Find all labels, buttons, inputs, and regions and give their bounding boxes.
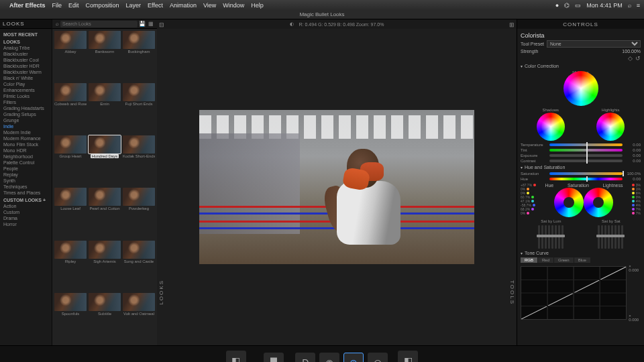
wifi-icon[interactable]: ⌬: [564, 2, 570, 9]
shadows-wheel[interactable]: [537, 113, 565, 141]
preset-thumb[interactable]: Pearl and Cotton: [89, 188, 121, 238]
color-correction-group[interactable]: Color Correction: [521, 64, 641, 68]
menu-file[interactable]: File: [52, 2, 62, 9]
preview-viewport[interactable]: [157, 29, 517, 345]
midtones-wheel[interactable]: [564, 71, 598, 106]
preset-thumb[interactable]: Sigh Artemis: [89, 241, 121, 291]
looks-category-item[interactable]: Blackbuster Warm: [1, 69, 50, 75]
looks-category-item[interactable]: Grunge: [1, 117, 50, 123]
looks-drawer-label[interactable]: LOOKS: [158, 280, 164, 305]
curve-tab-red[interactable]: Red: [538, 257, 553, 263]
hue-sat-group[interactable]: Hue and Saturation: [521, 165, 641, 170]
preset-thumb[interactable]: Buckingham: [123, 31, 155, 81]
looks-category-item[interactable]: Drama: [1, 215, 50, 221]
menu-extra-icon[interactable]: ≡: [637, 2, 640, 9]
looks-category-item[interactable]: Action: [1, 203, 50, 209]
menu-app[interactable]: After Effects: [9, 2, 46, 9]
looks-category-item[interactable]: Filters: [1, 99, 50, 105]
chain-tool[interactable]: ⊚Colorista: [343, 353, 364, 362]
curve-tab-blue[interactable]: Blue: [574, 257, 590, 263]
menu-window[interactable]: Window: [223, 2, 244, 9]
looks-category-item[interactable]: Filmic Looks: [1, 93, 50, 99]
looks-category-item[interactable]: Blackbuster: [1, 51, 50, 57]
looks-category-item[interactable]: Mono Film Stock: [1, 141, 50, 147]
search-icon[interactable]: ⌕: [56, 21, 59, 27]
preset-thumb[interactable]: Group Heart: [54, 135, 87, 186]
curve-tab-rgb[interactable]: RGB: [521, 257, 537, 263]
looks-category-item[interactable]: Analog Tribe: [1, 45, 50, 51]
slider-hue[interactable]: [549, 178, 623, 180]
tool-preset-select[interactable]: None: [547, 40, 641, 48]
clock[interactable]: Mon 4:41 PM: [586, 2, 623, 9]
reset-icon[interactable]: ↺: [635, 55, 641, 62]
looks-category-item[interactable]: Techniques: [1, 184, 50, 190]
slider-tint[interactable]: [549, 149, 623, 152]
menu-view[interactable]: View: [203, 2, 216, 9]
preset-thumb[interactable]: Fuji Short Ends: [123, 83, 155, 133]
looks-category-item[interactable]: Blackbuster Cool: [1, 57, 50, 63]
looks-category-item[interactable]: Black n' White: [1, 75, 50, 81]
collapse-left-icon[interactable]: ⊟: [159, 21, 164, 28]
hsl-sat-wheel[interactable]: [584, 188, 613, 217]
looks-category-item[interactable]: Neighborhood: [1, 154, 50, 160]
menu-layer[interactable]: Layer: [126, 2, 142, 9]
menu-animation[interactable]: Animation: [170, 2, 197, 9]
highlights-wheel[interactable]: [596, 113, 625, 141]
preset-thumb[interactable]: Cobweb and Rose: [54, 83, 87, 133]
tone-curve-editor[interactable]: [521, 266, 627, 320]
fader[interactable]: [621, 225, 623, 249]
looks-category-item[interactable]: Replay: [1, 172, 50, 178]
slider-saturation[interactable]: [549, 172, 623, 175]
looks-category-item[interactable]: Enhancements: [1, 87, 50, 93]
looks-category-item[interactable]: Custom: [1, 209, 50, 215]
preset-search-input[interactable]: [60, 21, 138, 27]
grid-toggle-icon[interactable]: ▦: [148, 21, 154, 27]
looks-category-list[interactable]: MOST RECENTLOOKSAnalog TribeBlackbusterB…: [0, 29, 52, 345]
chain-tool[interactable]: ◧Input IssRGB: [226, 351, 246, 363]
menu-composition[interactable]: Composition: [86, 2, 119, 9]
looks-category-item[interactable]: Synth: [1, 178, 50, 184]
looks-category-item[interactable]: Times and Places: [1, 190, 50, 196]
preset-thumb[interactable]: Volt and Oatmeal: [123, 293, 155, 343]
save-preset-icon[interactable]: 💾: [139, 21, 146, 27]
preset-grid[interactable]: AbbeyBankwormBuckinghamCobweb and RoseEm…: [52, 29, 157, 345]
preset-thumb[interactable]: Subtitle: [89, 293, 121, 343]
looks-category-item[interactable]: People: [1, 166, 50, 172]
menu-effect[interactable]: Effect: [148, 2, 163, 9]
chain-tool[interactable]: ◉Exposure: [319, 353, 339, 362]
preset-thumb[interactable]: Kodak Short-Ends: [123, 135, 155, 186]
slider-temperature[interactable]: [549, 143, 623, 146]
looks-category-item[interactable]: Modern Indie: [1, 129, 50, 135]
preset-thumb[interactable]: Hundred Days: [89, 135, 121, 186]
looks-category-item[interactable]: Grading Setups: [1, 111, 50, 117]
fader[interactable]: [561, 225, 564, 249]
slider-contrast[interactable]: [549, 160, 623, 162]
looks-category-item[interactable]: Modern Romance: [1, 135, 50, 141]
preset-thumb[interactable]: Spoonfuls: [54, 293, 87, 343]
chain-tool[interactable]: ◧Output IssRGB: [398, 351, 418, 363]
battery-icon[interactable]: ▭: [575, 2, 581, 9]
menu-help[interactable]: Help: [251, 2, 264, 9]
chain-tool[interactable]: ◎Film Print: [368, 353, 388, 362]
chain-tool[interactable]: ▀Shadows/Highlights: [256, 353, 292, 362]
preset-thumb[interactable]: Loose Leaf: [54, 188, 87, 238]
scopes-icon[interactable]: ⊞: [509, 21, 515, 28]
looks-category-item[interactable]: Mono HDR: [1, 147, 50, 154]
chain-tool[interactable]: DDiffusion: [295, 353, 315, 362]
slider-exposure[interactable]: [549, 154, 623, 157]
preset-thumb[interactable]: Abbey: [54, 31, 87, 81]
strength-value[interactable]: 100.00%: [622, 49, 641, 54]
tools-drawer-label[interactable]: TOOLS: [509, 280, 515, 305]
looks-category-item[interactable]: Horror: [1, 221, 50, 227]
looks-category-item[interactable]: Indie: [1, 123, 50, 129]
preset-thumb[interactable]: Ripley: [54, 241, 87, 291]
search-icon[interactable]: ⌕: [628, 2, 631, 9]
looks-category-item[interactable]: Blackbuster HDR: [1, 63, 50, 69]
looks-category-item[interactable]: Grading Headstarts: [1, 105, 50, 111]
preset-thumb[interactable]: Powderkeg: [123, 188, 155, 238]
menu-edit[interactable]: Edit: [68, 2, 79, 9]
keyframe-icon[interactable]: ◇: [628, 55, 633, 62]
preset-thumb[interactable]: Song and Castle: [123, 241, 155, 291]
curve-tab-green[interactable]: Green: [554, 257, 574, 263]
looks-category-item[interactable]: Palette Control: [1, 160, 50, 166]
